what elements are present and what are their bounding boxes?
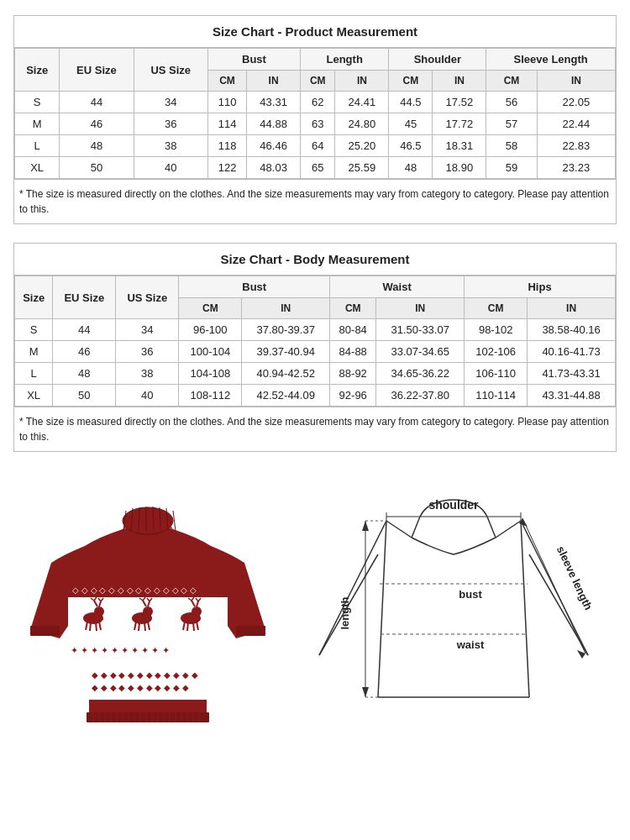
shou-cm-cell: 45	[389, 113, 433, 135]
size-cell: XL	[15, 385, 53, 407]
body-hips-cm: CM	[465, 298, 528, 319]
size-cell: L	[15, 135, 60, 157]
svg-text:length: length	[339, 596, 351, 629]
bust-in-cell: 44.88	[247, 113, 301, 135]
table-row: L 48 38 104-108 40.94-42.52 88-92 34.65-…	[15, 363, 616, 385]
len-in-cell: 24.41	[335, 92, 389, 113]
svg-line-81	[328, 521, 386, 638]
col-length: Length	[301, 49, 389, 71]
us-size-cell: 34	[116, 319, 179, 341]
waist-cm-cell: 92-96	[330, 385, 376, 407]
hips-cm-cell: 98-102	[465, 319, 528, 341]
body-bust-cm: CM	[179, 298, 242, 319]
bust-cm-cell: 110	[207, 92, 246, 113]
diagram-section: ✦ ✦ ✦ ✦ ✦ ✦ ✦ ✦ ✦ ✦ ◇ ◇ ◇ ◇ ◇ ◇ ◇ ◇ ◇ ◇ …	[13, 470, 617, 748]
svg-text:◆ ◆ ◆ ◆ ◆ ◆ ◆ ◆ ◆ ◆ ◆ ◆: ◆ ◆ ◆ ◆ ◆ ◆ ◆ ◆ ◆ ◆ ◆ ◆	[92, 670, 198, 680]
bust-in-cell: 37.80-39.37	[242, 319, 330, 341]
sleeve-in-cell: 22.05	[537, 92, 615, 113]
body-col-size: Size	[15, 276, 53, 319]
svg-line-32	[139, 622, 139, 631]
shou-cm-cell: 48	[389, 157, 433, 179]
svg-text:bust: bust	[459, 588, 482, 601]
len-cm-cell: 63	[301, 113, 335, 135]
hips-cm-cell: 110-114	[465, 385, 528, 407]
hips-in-cell: 41.73-43.31	[528, 363, 616, 385]
product-measurement-table: Size EU Size US Size Bust Length Shoulde…	[14, 48, 616, 179]
svg-line-45	[193, 622, 194, 631]
shou-in-cell: 18.90	[433, 157, 486, 179]
bust-cm-cell: 104-108	[179, 363, 242, 385]
svg-line-78	[378, 521, 386, 697]
sleeve-cm-cell: 57	[486, 113, 537, 135]
table-row: M 46 36 114 44.88 63 24.80 45 17.72 57 2…	[15, 113, 616, 135]
eu-size-cell: 50	[60, 157, 134, 179]
shou-cm-cell: 44.5	[389, 92, 433, 113]
body-waist-cm: CM	[330, 298, 376, 319]
svg-point-12	[94, 606, 104, 617]
svg-line-83	[319, 638, 328, 655]
svg-line-79	[521, 521, 529, 697]
body-bust-in: IN	[242, 298, 330, 319]
col-size: Size	[15, 49, 60, 92]
svg-line-77	[496, 521, 521, 538]
size-cell: L	[15, 363, 53, 385]
eu-size-cell: 48	[60, 135, 134, 157]
bust-cm: CM	[207, 71, 246, 92]
svg-marker-97	[362, 687, 369, 697]
bust-in-cell: 42.52-44.09	[242, 385, 330, 407]
col-shoulder: Shoulder	[389, 49, 486, 71]
us-size-cell: 38	[116, 363, 179, 385]
product-measurement-section: Size Chart - Product Measurement Size EU…	[13, 15, 617, 224]
svg-text:◇ ◇ ◇ ◇ ◇ ◇ ◇ ◇ ◇ ◇ ◇ ◇ ◇ ◇: ◇ ◇ ◇ ◇ ◇ ◇ ◇ ◇ ◇ ◇ ◇ ◇ ◇ ◇	[72, 585, 197, 595]
len-in-cell: 25.20	[335, 135, 389, 157]
hips-cm-cell: 102-106	[465, 341, 528, 363]
sleeve-in-cell: 22.83	[537, 135, 615, 157]
sleeve-cm-cell: 58	[486, 135, 537, 157]
table-row: XL 50 40 108-112 42.52-44.09 92-96 36.22…	[15, 385, 616, 407]
eu-size-cell: 50	[53, 385, 116, 407]
shou-in-cell: 17.52	[433, 92, 486, 113]
size-cell: M	[15, 341, 53, 363]
body-note: * The size is measured directly on the c…	[14, 407, 616, 451]
size-cell: S	[15, 92, 60, 113]
body-col-waist: Waist	[330, 276, 465, 298]
bust-in-cell: 40.94-42.52	[242, 363, 330, 385]
svg-line-76	[386, 521, 412, 538]
svg-line-33	[144, 622, 145, 631]
svg-line-20	[90, 622, 91, 631]
eu-size-cell: 44	[60, 92, 134, 113]
eu-size-cell: 46	[53, 341, 116, 363]
bust-in: IN	[247, 71, 301, 92]
len-in: IN	[335, 71, 389, 92]
svg-rect-74	[30, 626, 60, 636]
us-size-cell: 40	[134, 157, 207, 179]
sleeve-in: IN	[537, 71, 615, 92]
svg-text:✦  ✦  ✦  ✦  ✦  ✦  ✦  ✦  ✦  ✦: ✦ ✦ ✦ ✦ ✦ ✦ ✦ ✦ ✦ ✦	[71, 645, 170, 655]
sleeve-cm: CM	[486, 71, 537, 92]
hips-cm-cell: 106-110	[465, 363, 528, 385]
svg-text:waist: waist	[456, 638, 485, 651]
len-cm-cell: 64	[301, 135, 335, 157]
product-table-body: S 44 34 110 43.31 62 24.41 44.5 17.52 56…	[15, 92, 616, 179]
sleeve-in-cell: 22.44	[537, 113, 615, 135]
svg-point-1	[123, 507, 173, 534]
body-col-hips: Hips	[465, 276, 616, 298]
eu-size-cell: 46	[60, 113, 134, 135]
waist-cm-cell: 84-88	[330, 341, 376, 363]
shou-cm: CM	[389, 71, 433, 92]
len-in-cell: 24.80	[335, 113, 389, 135]
svg-rect-75	[236, 626, 265, 636]
table-row: M 46 36 100-104 39.37-40.94 84-88 33.07-…	[15, 341, 616, 363]
svg-marker-96	[362, 521, 369, 531]
bust-in-cell: 46.46	[247, 135, 301, 157]
size-cell: S	[15, 319, 53, 341]
sleeve-cm-cell: 59	[486, 157, 537, 179]
svg-text:sleeve length: sleeve length	[554, 544, 595, 612]
eu-size-cell: 44	[53, 319, 116, 341]
hips-in-cell: 38.58-40.16	[528, 319, 616, 341]
table-row: S 44 34 110 43.31 62 24.41 44.5 17.52 56…	[15, 92, 616, 113]
product-chart-title: Size Chart - Product Measurement	[14, 16, 616, 48]
bust-in-cell: 39.37-40.94	[242, 341, 330, 363]
table-row: XL 50 40 122 48.03 65 25.59 48 18.90 59 …	[15, 157, 616, 179]
bust-cm-cell: 96-100	[179, 319, 242, 341]
